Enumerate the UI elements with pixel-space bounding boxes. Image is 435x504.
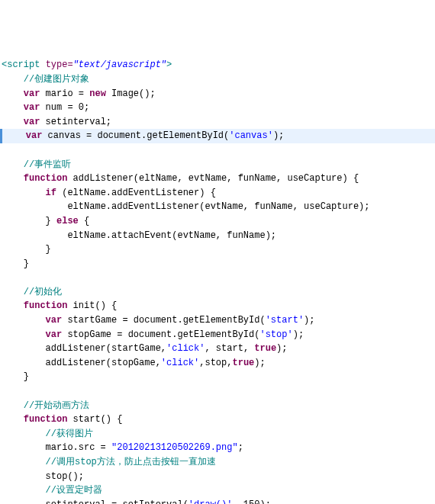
code-text: num = 0;	[40, 102, 89, 113]
highlighted-line: var canvas = document.getElementById('ca…	[0, 129, 435, 143]
code-text: stopGame = document.getElementById(	[62, 329, 259, 340]
code-text: ,stop,	[199, 358, 232, 368]
keyword-if: if	[46, 188, 56, 198]
code-text: addListener(startGame,	[46, 343, 166, 354]
comment: //创建图片对象	[24, 74, 89, 85]
keyword-var: var	[26, 130, 43, 141]
string: "20120213120502269.png"	[111, 442, 238, 453]
comment: //设置定时器	[46, 485, 102, 496]
code-text: mario =	[40, 88, 89, 99]
keyword-true: true	[254, 343, 276, 354]
tag-open: <script	[2, 59, 40, 70]
string: 'canvas'	[229, 130, 273, 141]
code-text: }	[46, 216, 51, 226]
code-text: }	[24, 371, 29, 382]
keyword-function: function	[24, 414, 68, 425]
code-block: <script type="text/javascript"> //创建图片对象…	[0, 56, 435, 504]
code-text: );	[273, 130, 284, 141]
attr-type: type=	[46, 59, 73, 70]
comment: //获得图片	[46, 429, 93, 439]
keyword-else: else	[56, 216, 79, 226]
code-text: addListener(eltName, evtName, funName, u…	[67, 173, 359, 184]
keyword-true: true	[232, 358, 254, 368]
string: 'click'	[166, 343, 205, 354]
code-text: eltName.addEventListener(evtName, funNam…	[67, 201, 369, 212]
keyword-var: var	[24, 88, 40, 99]
keyword-new: new	[89, 88, 106, 99]
comment: //调用stop方法，防止点击按钮一直加速	[46, 457, 216, 467]
code-text: ;	[238, 442, 243, 453]
code-text: setinterval = setInterval(	[46, 499, 188, 504]
keyword-var: var	[46, 315, 63, 326]
attr-type-val: "text/javascript"	[73, 59, 166, 70]
code-text: stop();	[46, 471, 84, 482]
string: 'click'	[161, 358, 199, 368]
code-text: canvas = document.getElementById(	[42, 130, 229, 141]
code-text: {	[79, 216, 89, 226]
tag-close: >	[166, 59, 172, 70]
code-text: addListener(stopGame,	[46, 358, 161, 368]
code-text: );	[293, 329, 304, 340]
keyword-var: var	[46, 329, 63, 340]
code-text: }	[24, 258, 29, 269]
code-text: mario.src =	[46, 442, 111, 453]
string: 'start'	[266, 315, 304, 326]
comment: //开始动画方法	[24, 400, 89, 411]
code-text: , 150);	[232, 499, 270, 504]
keyword-function: function	[24, 300, 68, 311]
code-text: (eltName.addEventListener) {	[56, 188, 216, 198]
code-text: }	[46, 244, 51, 255]
code-text: eltName.attachEvent(evtName, funName);	[67, 230, 276, 241]
code-text: start() {	[67, 414, 122, 425]
keyword-var: var	[24, 102, 40, 113]
code-text: init() {	[67, 300, 117, 311]
keyword-var: var	[24, 117, 40, 127]
code-text: );	[276, 343, 287, 354]
code-text: );	[304, 315, 314, 326]
code-text: , start,	[205, 343, 254, 354]
keyword-function: function	[24, 173, 68, 184]
code-text: startGame = document.getElementById(	[62, 315, 265, 326]
code-text: Image();	[106, 88, 156, 99]
comment: //事件监听	[24, 159, 71, 170]
code-text: );	[254, 358, 265, 368]
string: 'draw()'	[188, 499, 233, 504]
comment: //初始化	[24, 287, 62, 297]
string: 'stop'	[259, 329, 292, 340]
code-text: setinterval;	[40, 117, 111, 127]
